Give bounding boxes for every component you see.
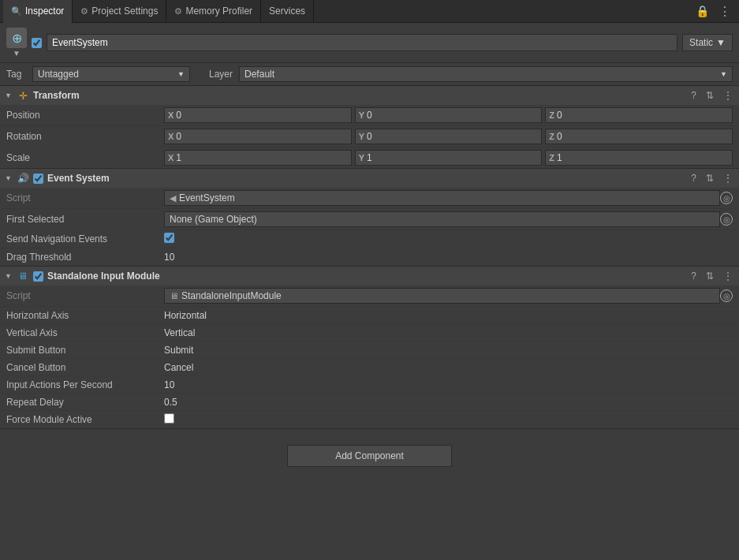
tab-project-settings[interactable]: ⚙ Project Settings: [73, 0, 166, 23]
scale-x-input[interactable]: [176, 152, 347, 163]
sim-script-circle-btn[interactable]: ◎: [720, 289, 733, 302]
sim-input-actions-label: Input Actions Per Second: [6, 379, 164, 390]
object-name-field[interactable]: [47, 34, 677, 51]
scale-y-input[interactable]: [367, 152, 538, 163]
position-z-field: Z: [545, 107, 733, 123]
es-first-selected-label: First Selected: [6, 214, 164, 225]
es-send-nav-value: [164, 233, 733, 245]
sim-script-label: Script: [6, 290, 164, 301]
transform-help-btn[interactable]: ?: [689, 90, 698, 101]
event-system-body: Script ◀ EventSystem ◎ First Selected No…: [0, 188, 739, 266]
event-system-header[interactable]: ▼ 🔊 Event System ? ⇅ ⋮: [0, 169, 739, 188]
standalone-body: Script 🖥 StandaloneInputModule ◎ Horizon…: [0, 286, 739, 428]
rotation-y-label: Y: [359, 132, 364, 141]
standalone-help-btn[interactable]: ?: [689, 271, 698, 282]
event-system-collapse-arrow: ▼: [5, 174, 13, 182]
es-send-nav-checkbox[interactable]: [164, 233, 174, 243]
event-system-actions: ? ⇅ ⋮: [689, 173, 734, 184]
add-component-button[interactable]: Add Component: [287, 445, 452, 467]
rotation-x-input[interactable]: [176, 131, 347, 142]
scale-z-input[interactable]: [557, 152, 729, 163]
sim-cancel-button-label: Cancel Button: [6, 362, 164, 373]
tab-services[interactable]: Services: [261, 0, 314, 23]
tab-bar: 🔍 Inspector ⚙ Project Settings ⚙ Memory …: [0, 0, 739, 23]
sim-horizontal-axis-text: Horizontal: [164, 310, 207, 321]
transform-menu-btn[interactable]: ⋮: [722, 90, 734, 101]
transform-icon: ✛: [17, 89, 29, 102]
scale-xyz: X Y Z: [164, 150, 733, 166]
position-x-label: X: [168, 110, 174, 120]
standalone-input-header[interactable]: ▼ 🖥 Standalone Input Module ? ⇅ ⋮: [0, 267, 739, 286]
tab-inspector[interactable]: 🔍 Inspector: [3, 0, 73, 23]
event-system-menu-btn[interactable]: ⋮: [722, 173, 734, 184]
es-drag-threshold-row: Drag Threshold 10: [0, 248, 739, 266]
sim-submit-button-row: Submit Button Submit: [0, 342, 739, 359]
sim-script-row: Script 🖥 StandaloneInputModule ◎: [0, 286, 739, 307]
more-options-button[interactable]: ⋮: [714, 4, 736, 19]
standalone-input-section: ▼ 🖥 Standalone Input Module ? ⇅ ⋮ Script…: [0, 267, 739, 429]
tag-label: Tag: [6, 69, 26, 80]
rotation-xyz: X Y Z: [164, 129, 733, 144]
layer-dropdown[interactable]: Default ▼: [239, 66, 733, 82]
scale-row: Scale X Y Z: [0, 147, 739, 168]
event-system-checkbox[interactable]: [33, 174, 43, 184]
standalone-menu-btn[interactable]: ⋮: [722, 271, 734, 282]
sim-force-module-label: Force Module Active: [6, 414, 164, 425]
sim-submit-button-text: Submit: [164, 345, 193, 356]
sim-force-module-checkbox[interactable]: [164, 413, 174, 424]
standalone-actions: ? ⇅ ⋮: [689, 271, 734, 282]
static-dropdown-arrow: ▼: [716, 37, 726, 48]
sim-vertical-axis-value: Vertical: [164, 327, 733, 338]
rotation-z-input[interactable]: [557, 131, 729, 142]
rotation-x-field: X: [164, 129, 352, 144]
sim-submit-button-value: Submit: [164, 345, 733, 356]
scale-x-field: X: [164, 150, 352, 166]
sim-cancel-button-text: Cancel: [164, 362, 193, 373]
es-script-icon: ◀: [170, 193, 176, 203]
es-first-selected-circle-btn[interactable]: ◎: [720, 213, 733, 226]
scale-x-label: X: [168, 153, 174, 162]
object-enable-checkbox[interactable]: [32, 38, 42, 48]
event-system-section: ▼ 🔊 Event System ? ⇅ ⋮ Script ◀ EventSys…: [0, 169, 739, 267]
es-send-nav-label: Send Navigation Events: [6, 233, 164, 245]
project-settings-icon: ⚙: [80, 6, 88, 17]
es-script-circle-btn[interactable]: ◎: [720, 192, 733, 204]
event-system-settings-btn[interactable]: ⇅: [704, 173, 715, 184]
event-system-icon: 🔊: [17, 172, 29, 185]
lock-button[interactable]: 🔒: [691, 5, 714, 17]
standalone-checkbox[interactable]: [33, 271, 43, 282]
tab-memory-profiler[interactable]: ⚙ Memory Profiler: [166, 0, 261, 23]
tag-dropdown[interactable]: Untagged ▼: [32, 66, 190, 82]
rotation-label: Rotation: [6, 131, 164, 142]
sim-input-actions-value: 10: [164, 379, 733, 390]
position-y-input[interactable]: [367, 110, 538, 121]
transform-header[interactable]: ▼ ✛ Transform ? ⇅ ⋮: [0, 86, 739, 105]
tag-dropdown-arrow: ▼: [177, 70, 185, 78]
es-script-value: EventSystem: [179, 192, 235, 203]
layer-value: Default: [244, 69, 274, 80]
scale-z-label: Z: [549, 153, 554, 162]
tag-layer-row: Tag Untagged ▼ Layer Default ▼: [0, 63, 739, 86]
sim-horizontal-axis-value: Horizontal: [164, 310, 733, 321]
standalone-settings-btn[interactable]: ⇅: [704, 271, 715, 282]
tab-project-settings-label: Project Settings: [91, 6, 158, 17]
rotation-y-input[interactable]: [367, 131, 538, 142]
position-z-input[interactable]: [557, 110, 729, 121]
event-system-help-btn[interactable]: ?: [689, 173, 698, 184]
es-drag-threshold-value: 10: [164, 252, 733, 263]
standalone-collapse-arrow: ▼: [5, 272, 13, 280]
position-row: Position X Y Z: [0, 105, 739, 126]
sim-vertical-axis-text: Vertical: [164, 327, 195, 338]
es-script-row: Script ◀ EventSystem ◎: [0, 188, 739, 209]
position-z-label: Z: [549, 110, 554, 120]
object-icon: ⊕: [6, 28, 27, 48]
static-button[interactable]: Static ▼: [682, 34, 733, 51]
position-x-field: X: [164, 107, 352, 123]
tab-memory-profiler-label: Memory Profiler: [185, 6, 252, 17]
scale-y-field: Y: [355, 150, 543, 166]
tab-services-label: Services: [269, 6, 305, 17]
position-x-input[interactable]: [176, 110, 347, 121]
transform-settings-btn[interactable]: ⇅: [704, 90, 715, 101]
sim-script-icon: 🖥: [170, 291, 178, 301]
sim-input-actions-row: Input Actions Per Second 10: [0, 376, 739, 394]
